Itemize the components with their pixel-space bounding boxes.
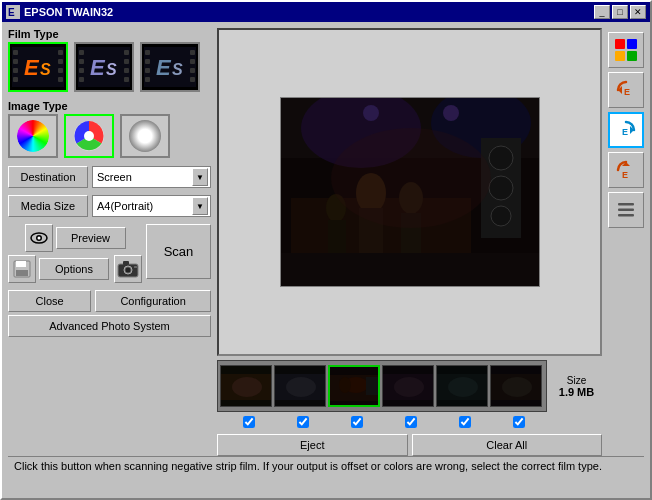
film-strip-thumb-6[interactable] xyxy=(490,365,542,407)
svg-point-66 xyxy=(331,128,491,228)
svg-point-86 xyxy=(502,377,532,397)
svg-rect-25 xyxy=(145,50,150,55)
minimize-button[interactable]: _ xyxy=(594,5,610,19)
svg-rect-17 xyxy=(79,77,84,82)
film-strip-thumb-4[interactable] xyxy=(382,365,434,407)
checkbox-3-item xyxy=(331,416,383,428)
clear-all-button[interactable]: Clear All xyxy=(412,434,603,456)
film-type-2[interactable]: E S xyxy=(74,42,134,92)
right-btn-mirror[interactable] xyxy=(608,192,644,228)
film-type-3[interactable]: E S xyxy=(140,42,200,92)
svg-rect-27 xyxy=(145,68,150,73)
media-size-dropdown-arrow[interactable]: ▼ xyxy=(192,197,208,215)
advanced-button[interactable]: Advanced Photo System xyxy=(8,315,211,337)
svg-rect-4 xyxy=(13,59,18,64)
checkbox-4[interactable] xyxy=(405,416,417,428)
svg-rect-3 xyxy=(13,50,18,55)
image-type-section: Image Type xyxy=(8,100,211,158)
svg-point-52 xyxy=(363,105,379,121)
checkboxes-section xyxy=(217,414,602,428)
destination-button[interactable]: Destination xyxy=(8,166,88,188)
svg-rect-6 xyxy=(13,77,18,82)
svg-rect-32 xyxy=(190,77,195,82)
svg-rect-19 xyxy=(124,59,129,64)
svg-text:E: E xyxy=(622,127,628,137)
film-strip-thumb-5[interactable] xyxy=(436,365,488,407)
titlebar-buttons: _ □ ✕ xyxy=(594,5,646,19)
titlebar: E EPSON TWAIN32 _ □ ✕ xyxy=(2,2,650,22)
right-btn-rotate-cw[interactable]: E xyxy=(608,112,644,148)
status-bar: Click this button when scanning negative… xyxy=(8,456,644,492)
film-type-1[interactable]: E S xyxy=(8,42,68,92)
svg-text:E: E xyxy=(624,87,630,97)
svg-rect-15 xyxy=(79,59,84,64)
size-value: 1.9 MB xyxy=(551,386,602,398)
svg-point-45 xyxy=(126,268,131,273)
svg-rect-16 xyxy=(79,68,84,73)
film-strip-thumb-3[interactable] xyxy=(328,365,380,407)
svg-rect-28 xyxy=(145,77,150,82)
maximize-button[interactable]: □ xyxy=(612,5,628,19)
close-button[interactable]: ✕ xyxy=(630,5,646,19)
svg-text:E: E xyxy=(622,170,628,180)
eject-button[interactable]: Eject xyxy=(217,434,408,456)
svg-point-53 xyxy=(443,105,459,121)
svg-rect-88 xyxy=(615,39,625,49)
film-strip-section: Size 1.9 MB xyxy=(217,360,602,428)
film-strip-thumb-2[interactable] xyxy=(274,365,326,407)
svg-rect-98 xyxy=(618,203,634,206)
svg-point-77 xyxy=(339,377,351,393)
svg-rect-29 xyxy=(190,50,195,55)
eye-icon-button[interactable] xyxy=(25,224,53,252)
svg-text:S: S xyxy=(172,61,183,78)
destination-dropdown[interactable]: Screen ▼ xyxy=(92,166,211,188)
media-size-dropdown[interactable]: A4(Portrait) ▼ xyxy=(92,195,211,217)
right-btn-rotate-ccw[interactable]: E xyxy=(608,72,644,108)
film-strip-thumb-1[interactable] xyxy=(220,365,272,407)
svg-rect-18 xyxy=(124,50,129,55)
titlebar-left: E EPSON TWAIN32 xyxy=(6,5,113,19)
image-type-1[interactable] xyxy=(8,114,58,158)
color-wheel-partial xyxy=(73,120,105,152)
right-btn-logo[interactable] xyxy=(608,32,644,68)
checkbox-6[interactable] xyxy=(513,416,525,428)
svg-rect-91 xyxy=(627,51,637,61)
checkbox-2[interactable] xyxy=(297,416,309,428)
main-content: Film Type xyxy=(2,22,650,498)
checkbox-1[interactable] xyxy=(243,416,255,428)
svg-rect-46 xyxy=(123,261,129,265)
right-btn-flip[interactable]: E xyxy=(608,152,644,188)
size-label: Size xyxy=(551,375,602,386)
media-size-button[interactable]: Media Size xyxy=(8,195,88,217)
save-icon-button[interactable] xyxy=(8,255,36,283)
svg-rect-76 xyxy=(366,377,378,395)
options-button[interactable]: Options xyxy=(39,258,109,280)
preview-button[interactable]: Preview xyxy=(56,227,126,249)
svg-rect-8 xyxy=(58,59,63,64)
checkbox-1-item xyxy=(223,416,275,428)
svg-rect-5 xyxy=(13,68,18,73)
svg-rect-65 xyxy=(281,253,540,287)
svg-point-83 xyxy=(448,377,478,397)
svg-text:S: S xyxy=(40,61,51,78)
configuration-button[interactable]: Configuration xyxy=(95,290,211,312)
film-type-section: Film Type xyxy=(8,28,211,92)
svg-point-56 xyxy=(489,176,513,200)
image-type-row xyxy=(8,114,211,158)
image-type-3[interactable] xyxy=(120,114,170,158)
main-window: E EPSON TWAIN32 _ □ ✕ Film Type xyxy=(0,0,652,500)
svg-rect-99 xyxy=(618,209,634,212)
scan-button[interactable]: Scan xyxy=(146,224,211,279)
film-strip-container: Size 1.9 MB xyxy=(217,360,602,412)
checkbox-3[interactable] xyxy=(351,416,363,428)
checkbox-6-item xyxy=(493,416,545,428)
image-type-2[interactable] xyxy=(64,114,114,158)
film-type-row: E S xyxy=(8,42,211,92)
svg-text:E: E xyxy=(90,55,106,80)
film-type-label: Film Type xyxy=(8,28,211,40)
destination-dropdown-arrow[interactable]: ▼ xyxy=(192,168,208,186)
bottom-buttons: Close Configuration Advanced Photo Syste… xyxy=(8,290,211,337)
camera-icon-button[interactable] xyxy=(114,255,142,283)
checkbox-5[interactable] xyxy=(459,416,471,428)
close-button[interactable]: Close xyxy=(8,290,91,312)
